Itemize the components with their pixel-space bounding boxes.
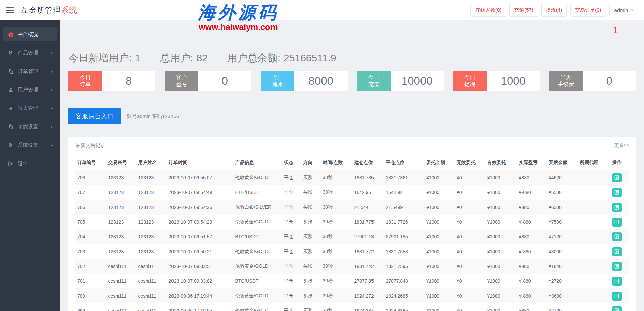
- sidebar-item-label: 产品管理: [18, 50, 38, 56]
- service-credentials: 账号admin 密码123456: [127, 113, 179, 120]
- card-value: 8000: [294, 71, 348, 91]
- cell-profit: ¥880: [517, 259, 547, 274]
- cell-invalid: ¥0: [455, 215, 485, 229]
- cell-product: 伦敦黄金/GOLD: [233, 288, 282, 303]
- sidebar-item-系统设置[interactable]: 系统设置▸: [3, 138, 57, 152]
- cell-open-price: 1924.334: [352, 303, 384, 311]
- chevron-right-icon: ▸: [51, 51, 53, 55]
- cell-close-price: 1642.92: [384, 185, 425, 200]
- more-link[interactable]: 更多>>: [614, 143, 629, 149]
- card-label-line: 今日: [272, 74, 283, 81]
- order-detail-button[interactable]: [612, 292, 622, 301]
- column-header: 实际盈亏: [517, 154, 547, 170]
- topbar-nav-button[interactable]: 提现(4): [541, 4, 567, 17]
- cell-close-price: 1924.3395: [384, 303, 425, 311]
- cell-duration: 30秒: [320, 259, 352, 274]
- service-backend-button[interactable]: 客服后台入口: [68, 108, 121, 124]
- table-row: 7031231231231232023-10-07 09:50:21伦敦黄金/G…: [75, 244, 629, 259]
- order-detail-button[interactable]: [612, 262, 622, 271]
- app-title: 互金所管理系统: [21, 5, 77, 15]
- cell-order-id: 703: [75, 244, 106, 259]
- cell-valid: ¥1000: [485, 170, 517, 185]
- sidebar-item-退出[interactable]: 退出: [3, 157, 57, 171]
- column-header: 用户姓名: [136, 154, 167, 170]
- sidebar-item-label: 退出: [18, 161, 28, 167]
- sidebar-item-平台概况[interactable]: 平台概况: [3, 27, 57, 41]
- cell-agent: [578, 259, 610, 274]
- sidebar-item-用户管理[interactable]: 用户管理▸: [3, 83, 57, 97]
- cell-account: 123123: [106, 170, 136, 185]
- cell-product: 伦敦白银/SILVER: [233, 200, 282, 215]
- cell-order-time: 2023-09-06 17:19:44: [166, 288, 233, 303]
- cell-open-price: 27877.85: [352, 274, 384, 288]
- cell-direction: 买涨: [301, 259, 321, 274]
- summary-card: 今日充值10000: [357, 71, 444, 91]
- sidebar-item-参数设置[interactable]: 参数设置▸: [3, 120, 57, 134]
- cell-status: 平仓: [282, 229, 301, 244]
- topbar-nav-button[interactable]: 在线人数(0): [470, 4, 506, 17]
- cell-profit: ¥-880: [517, 288, 547, 303]
- cell-profit: ¥-880: [517, 274, 547, 288]
- sidebar-item-产品管理[interactable]: 产品管理▸: [3, 46, 57, 60]
- cell-status: 平仓: [282, 288, 301, 303]
- cell-valid: ¥1000: [485, 244, 517, 259]
- summary-card: 今日订单8: [68, 71, 155, 91]
- cell-invalid: ¥0: [455, 200, 485, 215]
- cell-username: ceshi111: [136, 288, 167, 303]
- cell-action: [610, 185, 629, 200]
- user-icon: [7, 87, 14, 92]
- order-detail-button[interactable]: [612, 218, 622, 227]
- cell-balance: ¥3600: [547, 288, 578, 303]
- cell-amount: ¥1000: [424, 170, 455, 185]
- cell-action: [610, 274, 629, 288]
- cell-direction: 买涨: [301, 244, 321, 259]
- cell-action: [610, 170, 629, 185]
- cell-balance: ¥1840: [547, 259, 578, 274]
- cell-open-price: 1831.735: [352, 170, 384, 185]
- cell-invalid: ¥0: [455, 288, 485, 303]
- table-row: 7071231231231232023-10-07 09:54:49ETH/US…: [75, 185, 629, 200]
- order-detail-button[interactable]: [612, 306, 622, 311]
- chevron-right-icon: ▸: [51, 69, 53, 74]
- cell-balance: ¥2720: [547, 303, 578, 311]
- order-detail-button[interactable]: [612, 277, 622, 286]
- sidebar-item-订单管理[interactable]: 订单管理▸: [3, 64, 57, 78]
- order-detail-button[interactable]: [612, 203, 622, 212]
- table-row: 7051231231231232023-10-07 09:54:23伦敦黄金/G…: [75, 215, 629, 229]
- cell-close-price: 1831.7726: [384, 215, 425, 229]
- cell-agent: [578, 170, 610, 185]
- service-row: 客服后台入口 账号admin 密码123456: [68, 108, 636, 124]
- topbar-nav-button[interactable]: 交易订单(0): [570, 4, 606, 17]
- order-detail-button[interactable]: [612, 173, 622, 182]
- column-header: 交易账号: [106, 154, 136, 170]
- cell-amount: ¥1000: [424, 259, 455, 274]
- chevron-right-icon: ▸: [51, 143, 53, 147]
- cell-valid: ¥1000: [485, 215, 517, 229]
- trades-table: 订单编号交易账号用户姓名订单时间产品信息状态方向时间/点数建仓点位平仓点位委托金…: [75, 154, 629, 311]
- sidebar-item-label: 参数设置: [18, 124, 38, 130]
- cell-action: [610, 259, 629, 274]
- order-detail-button[interactable]: [612, 232, 622, 241]
- cell-order-time: 2023-09-06 17:19:05: [166, 303, 233, 311]
- cell-username: 123123: [136, 185, 167, 200]
- cell-balance: ¥5500: [547, 185, 578, 200]
- menu-icon[interactable]: [6, 7, 14, 13]
- order-detail-button[interactable]: [612, 247, 622, 256]
- topbar-nav-button[interactable]: 充值(57): [509, 4, 538, 17]
- watermark-stray: 1: [613, 24, 618, 36]
- table-row: 7041231231231232023-10-07 09:51:57BTC/US…: [75, 229, 629, 244]
- cell-invalid: ¥0: [455, 303, 485, 311]
- user-menu[interactable]: admin ▾: [609, 4, 638, 16]
- cell-close-price: 27901.185: [384, 229, 425, 244]
- stat-value: 1: [135, 52, 141, 64]
- column-header: 状态: [282, 154, 301, 170]
- cell-product: BTC/USDT: [233, 274, 282, 288]
- sidebar-item-报表管理[interactable]: ¥报表管理▸: [3, 101, 57, 115]
- cell-account: ceshi111: [106, 259, 136, 274]
- order-detail-button[interactable]: [612, 188, 622, 197]
- cell-action: [610, 229, 629, 244]
- card-label: 今日充值: [357, 71, 391, 91]
- cell-action: [610, 303, 629, 311]
- cell-username: 123123: [136, 200, 167, 215]
- cell-direction: 买涨: [301, 288, 321, 303]
